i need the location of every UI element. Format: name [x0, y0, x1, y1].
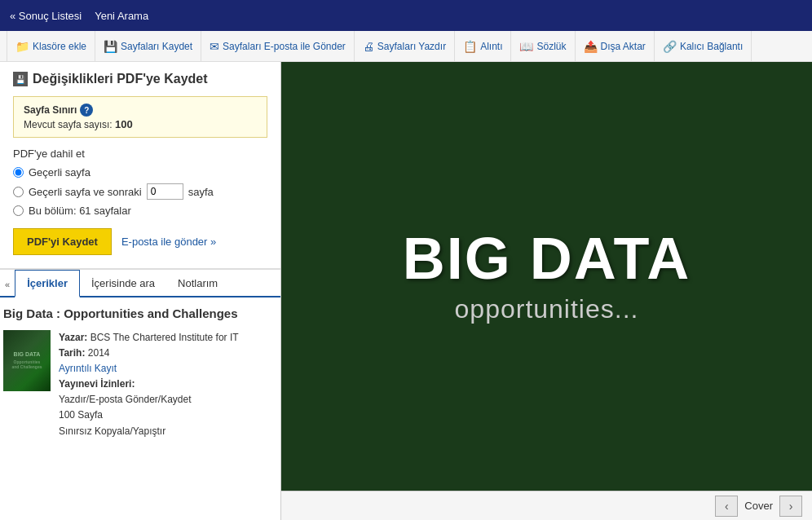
- date-value: 2014: [88, 347, 110, 359]
- action-buttons: PDF'yi Kaydet E-posta ile gönder »: [13, 228, 267, 255]
- publisher-info: Yazdır/E-posta Gönder/Kaydet: [59, 394, 192, 405]
- sozluk-button[interactable]: 📖 Sözlük: [511, 31, 575, 61]
- sayfalari-eposta-button[interactable]: ✉ Sayfaları E-posta ile Gönder: [201, 31, 355, 61]
- next-page-button[interactable]: ›: [779, 496, 802, 517]
- print-icon: 🖨: [363, 40, 374, 53]
- warning-value: Mevcut sayfa sayısı: 100: [24, 118, 257, 130]
- cover-text: BIG DATA Opportunities and Challenges: [11, 350, 44, 371]
- detail-record-link[interactable]: Ayrıntılı Kayıt: [59, 363, 117, 374]
- radio-current-and-next[interactable]: [13, 187, 24, 197]
- new-search-link[interactable]: Yeni Arama: [95, 10, 148, 22]
- sayfalari-yazdir-button[interactable]: 🖨 Sayfaları Yazdır: [355, 31, 455, 61]
- author-label: Yazar:: [59, 332, 87, 343]
- email-icon: ✉: [210, 40, 219, 53]
- save-pdf-button[interactable]: PDF'yi Kaydet: [13, 228, 112, 255]
- author-value: BCS The Chartered Institute for IT: [90, 332, 239, 343]
- folder-icon: 📁: [15, 40, 29, 53]
- link-icon: 🔗: [663, 40, 677, 53]
- kalici-baglanti-label: Kalıcı Bağlantı: [680, 41, 743, 52]
- page-label: Cover: [744, 500, 773, 512]
- citation-icon: 📋: [463, 40, 477, 53]
- sayfa-suffix: sayfa: [188, 186, 214, 198]
- top-navigation: « Sonuç Listesi Yeni Arama: [0, 0, 812, 31]
- copy-restriction-value: Sınırsız Kopyala/Yapıştır: [59, 425, 165, 437]
- preview-subtitle-text: opportunities...: [403, 294, 691, 324]
- back-to-results-link[interactable]: « Sonuç Listesi: [10, 10, 82, 22]
- include-label: PDF'ye dahil et: [13, 148, 267, 160]
- book-metadata: Yazar: BCS The Chartered Institute for I…: [59, 330, 239, 439]
- detail-row: Ayrıntılı Kayıt: [59, 361, 239, 377]
- dictionary-icon: 📖: [519, 40, 533, 53]
- author-row: Yazar: BCS The Chartered Institute for I…: [59, 330, 239, 346]
- warning-label-row: Sayfa Sınırı ?: [24, 104, 257, 117]
- warning-label-text: Sayfa Sınırı: [24, 104, 77, 116]
- toolbar: 📁 Klasöre ekle 💾 Sayfaları Kaydet ✉ Sayf…: [0, 31, 812, 62]
- pages-value: 100 Sayfa: [59, 409, 103, 421]
- tab-icerisinde-ara[interactable]: İçerisinde ara: [80, 271, 166, 296]
- warning-number: 100: [115, 118, 133, 130]
- option-current-and-next: Geçerli sayfa ve sonraki sayfa: [13, 183, 267, 200]
- save-icon: 💾: [104, 40, 117, 53]
- preview-navigation: ‹ Cover ›: [281, 491, 812, 520]
- alinti-button[interactable]: 📋 Alıntı: [455, 31, 511, 61]
- pdf-save-title-text: Değişiklikleri PDF'ye Kaydet: [33, 72, 208, 86]
- sozluk-label: Sözlük: [536, 41, 566, 52]
- main-content: 💾 Değişiklikleri PDF'ye Kaydet Sayfa Sın…: [0, 62, 812, 520]
- publisher-label: Yayınevi İzinleri:: [59, 378, 135, 390]
- sayfalari-eposta-label: Sayfaları E-posta ile Gönder: [223, 41, 346, 52]
- radio-current-page[interactable]: [13, 167, 24, 178]
- next-pages-input[interactable]: [147, 183, 183, 200]
- book-cover-thumbnail: BIG DATA Opportunities and Challenges: [3, 330, 51, 391]
- option-current-and-next-label: Geçerli sayfa ve sonraki: [29, 186, 142, 198]
- help-icon[interactable]: ?: [80, 104, 93, 117]
- tabs-section: « İçerikler İçerisinde ara Notlarım Big …: [0, 269, 280, 447]
- tab-icerikler[interactable]: İçerikler: [15, 270, 80, 297]
- pages-row: 100 Sayfa: [59, 408, 239, 423]
- disa-aktar-button[interactable]: 📤 Dışa Aktar: [576, 31, 655, 61]
- klasore-ekle-label: Klasöre ekle: [33, 41, 86, 52]
- option-current-page: Geçerli sayfa: [13, 166, 267, 178]
- option-this-section-label: Bu bölüm: 61 sayfalar: [29, 205, 131, 217]
- option-this-section: Bu bölüm: 61 sayfalar: [13, 205, 267, 217]
- publisher-label-row: Yayınevi İzinleri:: [59, 377, 239, 392]
- page-limit-warning: Sayfa Sınırı ? Mevcut sayfa sayısı: 100: [13, 96, 267, 138]
- date-row: Tarih: 2014: [59, 346, 239, 361]
- date-label: Tarih:: [59, 347, 85, 359]
- option-current-page-label: Geçerli sayfa: [29, 166, 90, 178]
- pdf-save-icon: 💾: [13, 72, 28, 86]
- publisher-info-row: Yazdır/E-posta Gönder/Kaydet: [59, 392, 239, 408]
- kalici-baglanti-button[interactable]: 🔗 Kalıcı Bağlantı: [655, 31, 752, 61]
- book-details: BIG DATA Opportunities and Challenges Ya…: [3, 330, 272, 439]
- prev-page-button[interactable]: ‹: [715, 496, 738, 517]
- pdf-save-title: 💾 Değişiklikleri PDF'ye Kaydet: [13, 72, 267, 86]
- copy-restriction-row: Sınırsız Kopyala/Yapıştır: [59, 424, 239, 439]
- export-icon: 📤: [584, 40, 598, 53]
- email-send-link[interactable]: E-posta ile gönder »: [121, 236, 216, 248]
- tab-notlarim[interactable]: Notlarım: [166, 271, 229, 296]
- alinti-label: Alıntı: [480, 41, 502, 52]
- sayfalari-kaydet-label: Sayfaları Kaydet: [121, 41, 192, 52]
- disa-aktar-label: Dışa Aktar: [601, 41, 646, 52]
- tabs-header: « İçerikler İçerisinde ara Notlarım: [0, 270, 280, 297]
- preview-content: BIG DATA opportunities...: [386, 213, 707, 341]
- book-preview-area: BIG DATA opportunities...: [281, 62, 812, 491]
- sayfalari-yazdir-label: Sayfaları Yazdır: [377, 41, 446, 52]
- collapse-button[interactable]: «: [0, 273, 15, 296]
- sayfalari-kaydet-button[interactable]: 💾 Sayfaları Kaydet: [95, 31, 201, 61]
- book-info: Big Data : Opportunities and Challenges …: [0, 297, 280, 447]
- left-panel: 💾 Değişiklikleri PDF'ye Kaydet Sayfa Sın…: [0, 62, 281, 520]
- warning-description: Mevcut sayfa sayısı:: [24, 119, 113, 130]
- pdf-include-options: PDF'ye dahil et Geçerli sayfa Geçerli sa…: [13, 148, 267, 217]
- right-panel-preview: BIG DATA opportunities... ‹ Cover ›: [281, 62, 812, 520]
- preview-big-data-text: BIG DATA: [403, 229, 691, 288]
- klasore-ekle-button[interactable]: 📁 Klasöre ekle: [7, 31, 95, 61]
- radio-this-section[interactable]: [13, 205, 24, 216]
- book-title: Big Data : Opportunities and Challenges: [3, 306, 272, 322]
- pdf-save-section: 💾 Değişiklikleri PDF'ye Kaydet Sayfa Sın…: [0, 62, 280, 269]
